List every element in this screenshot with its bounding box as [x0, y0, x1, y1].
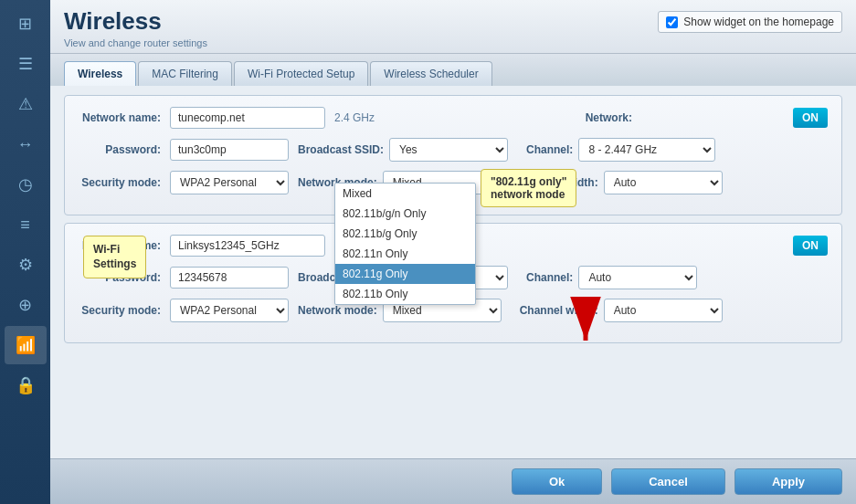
security-label-5: Security mode: [79, 304, 161, 317]
footer: Ok Cancel Apply [50, 458, 856, 504]
dropdown-item-mixed[interactable]: Mixed [335, 184, 475, 204]
time-icon: ◷ [18, 174, 33, 194]
freq-24-label: 2.4 GHz [334, 111, 389, 124]
password-label: Password: [79, 143, 161, 156]
wifi-settings-tooltip: Wi-FiSettings [83, 236, 146, 279]
sidebar-item-add[interactable]: ⊕ [5, 286, 47, 324]
channel-group: Channel: 8 - 2.447 GHz [526, 138, 715, 162]
channel-select-24[interactable]: 8 - 2.447 GHz [578, 138, 715, 162]
security-select-5[interactable]: WPA2 Personal [170, 299, 289, 322]
channel-group-5: Channel: Auto [526, 266, 697, 289]
sidebar-item-transfer[interactable]: ↔ [5, 125, 47, 163]
network-24ghz-section: Network name: 2.4 GHz Network: ON Passwo… [64, 95, 842, 215]
network-name-label: Network name: [79, 111, 161, 124]
ok-button[interactable]: Ok [512, 468, 602, 495]
channel-select-5[interactable]: Auto [578, 266, 697, 289]
broadcast-select-24[interactable]: Yes No [389, 138, 508, 162]
password-row: Password: Broadcast SSID: Yes No Channel… [79, 138, 828, 162]
network-name-input-5[interactable] [170, 235, 325, 257]
show-widget-label[interactable]: Show widget on the homepage [683, 16, 834, 28]
network-name-row: Network name: 2.4 GHz Network: ON [79, 107, 828, 129]
menu-icon: ☰ [18, 54, 33, 74]
mode-tooltip: "802.11g only"network mode [481, 169, 576, 207]
sidebar-item-list[interactable]: ≡ [5, 205, 47, 244]
sidebar-item-time[interactable]: ◷ [5, 165, 47, 204]
channel-width-group-5: Channel width: Auto [520, 299, 723, 322]
sidebar: ⊞ ☰ ⚠ ↔ ◷ ≡ ⚙ ⊕ 📶 🔒 [0, 0, 50, 504]
security-icon: 🔒 [16, 375, 36, 395]
apply-button[interactable]: Apply [734, 468, 842, 495]
arrow-svg [558, 297, 613, 347]
network-toggle-label: Network: [550, 111, 632, 124]
cancel-button[interactable]: Cancel [611, 468, 725, 495]
content-wrapper: Network name: 2.4 GHz Network: ON Passwo… [64, 95, 842, 343]
page-title: Wireless [64, 7, 207, 36]
password-input-24[interactable] [170, 139, 289, 161]
header-left: Wireless View and change router settings [64, 7, 207, 48]
dropdown-item-bg[interactable]: 802.11b/g Only [335, 224, 475, 244]
network-mode-dropdown[interactable]: Mixed 802.11b/g/n Only 802.11b/g Only 80… [334, 183, 476, 305]
page-subtitle: View and change router settings [64, 37, 207, 48]
security-select-24[interactable]: WPA2 Personal [170, 171, 289, 194]
sidebar-item-settings[interactable]: ⚙ [5, 246, 47, 284]
settings-icon: ⚙ [18, 255, 33, 275]
broadcast-group: Broadcast SSID: Yes No [298, 138, 508, 162]
add-icon: ⊕ [18, 295, 32, 315]
alert-icon: ⚠ [18, 94, 33, 114]
list-icon: ≡ [20, 215, 30, 235]
sidebar-item-security[interactable]: 🔒 [5, 366, 47, 404]
tab-wifi-protected-setup[interactable]: Wi-Fi Protected Setup [234, 61, 368, 86]
sidebar-item-alert[interactable]: ⚠ [5, 85, 47, 123]
show-widget-container: Show widget on the homepage [658, 11, 842, 33]
tab-wireless[interactable]: Wireless [64, 61, 136, 86]
channel-width-select-5[interactable]: Auto [604, 299, 723, 322]
tab-mac-filtering[interactable]: MAC Filtering [138, 61, 232, 86]
network-toggle-5[interactable]: ON [793, 236, 828, 256]
home-icon: ⊞ [18, 14, 32, 34]
network-mode-label-5: Network mode: [298, 304, 377, 317]
password-input-5[interactable] [170, 267, 289, 289]
tab-wireless-scheduler[interactable]: Wireless Scheduler [370, 61, 491, 86]
transfer-icon: ↔ [17, 135, 34, 154]
network-name-input-24[interactable] [170, 107, 325, 129]
network-toggle-24[interactable]: ON [793, 108, 828, 128]
dropdown-item-b[interactable]: 802.11b Only [335, 284, 475, 304]
tabs-bar: Wireless MAC Filtering Wi-Fi Protected S… [50, 54, 856, 86]
channel-width-select-24[interactable]: Auto [604, 171, 723, 194]
dropdown-item-n[interactable]: 802.11n Only [335, 244, 475, 264]
show-widget-checkbox[interactable] [666, 16, 678, 28]
channel-label-24: Channel: [526, 143, 573, 156]
sidebar-item-home[interactable]: ⊞ [5, 5, 47, 43]
arrow-container [558, 297, 613, 347]
wireless-icon: 📶 [16, 335, 36, 355]
sidebar-item-menu[interactable]: ☰ [5, 45, 47, 83]
content-area: Network name: 2.4 GHz Network: ON Passwo… [50, 86, 856, 458]
header: Wireless View and change router settings… [50, 0, 856, 54]
sidebar-item-wireless[interactable]: 📶 [5, 326, 47, 364]
broadcast-label: Broadcast SSID: [298, 143, 384, 156]
channel-label-5: Channel: [526, 271, 573, 284]
dropdown-item-g[interactable]: 802.11g Only [335, 264, 475, 284]
main-content: Wireless View and change router settings… [50, 0, 856, 504]
dropdown-item-bgn[interactable]: 802.11b/g/n Only [335, 204, 475, 224]
security-label-24: Security mode: [79, 176, 161, 189]
